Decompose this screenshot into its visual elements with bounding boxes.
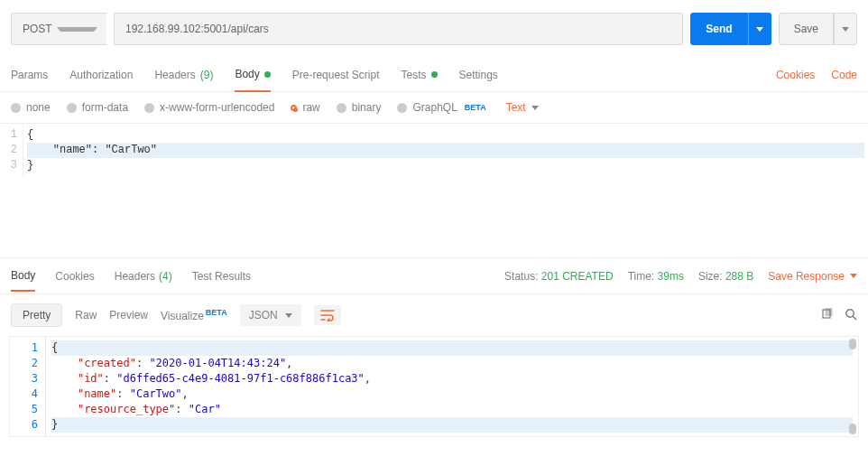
modified-dot-icon [264,71,271,78]
response-tab-headers[interactable]: Headers (4) [115,269,172,283]
radio-icon [337,103,346,113]
response-tab-body[interactable]: Body [11,269,35,292]
beta-badge: BETA [206,308,227,317]
save-label: Save [794,23,818,35]
chevron-down-icon [285,313,292,318]
format-label: JSON [249,309,278,321]
chevron-down-icon [531,106,539,110]
save-button-group: Save [779,13,857,45]
copy-response-button[interactable] [821,308,834,323]
body-type-formdata[interactable]: form-data [67,101,128,114]
tab-label: Authorization [69,69,133,81]
tab-label: Params [11,69,48,81]
code-text: } [27,159,33,172]
body-type-none[interactable]: none [11,101,51,114]
radio-icon [291,105,297,111]
tab-params[interactable]: Params [11,58,48,91]
response-view-visualize[interactable]: VisualizeBETA [161,308,227,322]
save-response-label: Save Response [768,270,845,283]
code-link[interactable]: Code [831,69,857,81]
radio-label: binary [352,101,382,114]
body-type-binary[interactable]: binary [337,101,382,114]
size-value: 288 B [725,270,753,283]
radio-label: form-data [82,101,128,114]
raw-text-type-dropdown[interactable]: Text [506,101,539,114]
time-block: Time: 39ms [628,270,684,283]
chevron-down-icon [842,27,849,32]
btn-label: Pretty [23,309,51,321]
response-body-editor[interactable]: 123456 { "created": "2020-01-04T14:43:24… [9,336,859,437]
body-type-urlencoded[interactable]: x-www-form-urlencoded [144,101,274,114]
tab-label: Settings [459,69,498,81]
request-url-input[interactable]: 192.168.99.102:5001/api/cars [114,13,683,45]
radio-label: none [26,101,51,114]
tab-headers[interactable]: Headers (9) [154,58,213,91]
tab-label: Pre-request Script [292,69,380,81]
chevron-down-icon [756,27,763,32]
response-tab-cookies[interactable]: Cookies [55,269,94,283]
line-number-gutter: 123456 [10,337,46,436]
wrap-lines-button[interactable] [314,305,341,325]
body-type-raw[interactable]: raw [291,101,319,114]
scrollbar-thumb[interactable] [849,424,856,434]
body-type-graphql[interactable]: GraphQLBETA [397,101,485,114]
radio-icon [397,103,407,113]
status-block: Status: 201 CREATED [504,270,614,283]
tab-label: Test Results [192,270,251,283]
tab-label: Tests [401,69,426,81]
tab-tests[interactable]: Tests [401,58,437,91]
size-block: Size: 288 B [698,270,753,283]
response-view-raw[interactable]: Raw [75,309,97,321]
response-tab-test-results[interactable]: Test Results [192,269,251,283]
radio-label: GraphQL [412,101,457,114]
headers-count: (4) [159,270,172,283]
btn-label: Preview [109,309,148,321]
status-label: Status: [504,270,538,283]
radio-label: raw [302,101,319,114]
response-view-preview[interactable]: Preview [109,309,148,321]
radio-icon [11,103,21,113]
tab-label: Headers [115,270,155,283]
tab-settings[interactable]: Settings [459,58,498,91]
copy-icon [821,308,834,321]
http-method-dropdown[interactable]: POST [11,13,106,45]
json-value: "2020-01-04T14:43:24" [149,357,286,369]
save-dropdown-button[interactable] [834,13,857,45]
tab-authorization[interactable]: Authorization [69,58,133,91]
json-key: "resource_type" [78,403,175,415]
save-button[interactable]: Save [779,13,834,45]
send-dropdown-button[interactable] [748,13,771,45]
modified-dot-icon [431,71,438,78]
time-value: 39ms [658,270,684,283]
response-format-dropdown[interactable]: JSON [240,304,301,326]
json-key: "created" [78,357,136,369]
tab-label: Body [11,269,35,282]
save-response-button[interactable]: Save Response [768,270,857,283]
status-value: 201 CREATED [541,270,614,283]
request-body-editor[interactable]: 123 { "name": "CarTwo" } [0,124,868,177]
send-button[interactable]: Send [690,13,747,45]
radio-label: x-www-form-urlencoded [160,101,274,114]
svg-rect-1 [826,308,833,316]
json-value: "Car" [189,403,221,415]
tab-body[interactable]: Body [235,59,270,92]
send-button-group: Send [690,13,771,45]
line-number-gutter: 123 [0,124,23,177]
cookies-link[interactable]: Cookies [776,69,815,81]
search-response-button[interactable] [845,308,857,323]
send-label: Send [706,23,732,35]
chevron-down-icon [850,274,857,278]
response-view-pretty[interactable]: Pretty [11,303,62,327]
url-text: 192.168.99.102:5001/api/cars [125,23,269,35]
json-value: "CarTwo" [130,387,182,400]
chevron-down-icon [57,27,98,32]
headers-count: (9) [200,69,214,81]
tab-prerequest-script[interactable]: Pre-request Script [292,58,380,91]
svg-point-2 [846,309,854,316]
scrollbar-thumb[interactable] [849,339,856,349]
tab-label: Body [235,68,259,80]
http-method-label: POST [23,23,57,35]
code-content: { "name": "CarTwo" } [23,124,868,177]
json-value: "d6ffed65-c4e9-4081-97f1-c68f886f1ca3" [116,372,365,385]
size-label: Size: [698,270,723,283]
